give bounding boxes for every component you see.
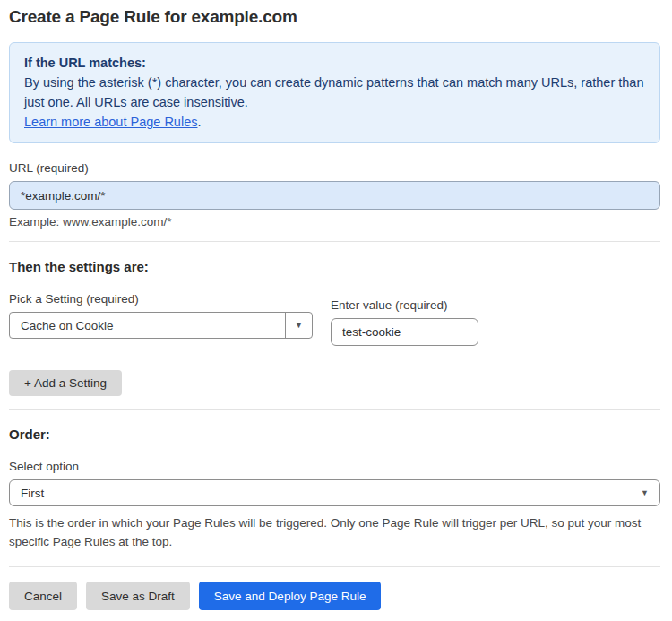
cancel-button[interactable]: Cancel <box>9 582 77 610</box>
setting-select-label: Pick a Setting (required) <box>9 292 313 306</box>
settings-section-heading: Then the settings are: <box>9 259 660 274</box>
link-suffix: . <box>197 115 201 129</box>
page-title: Create a Page Rule for example.com <box>9 7 660 27</box>
divider-top <box>9 241 660 242</box>
url-example-helper: Example: www.example.com/* <box>9 215 660 229</box>
info-box-heading: If the URL matches: <box>24 53 645 73</box>
page-rule-form: Create a Page Rule for example.com If th… <box>0 0 672 610</box>
save-as-draft-button[interactable]: Save as Draft <box>86 582 190 610</box>
url-input[interactable] <box>9 181 660 210</box>
footer-actions: Cancel Save as Draft Save and Deploy Pag… <box>9 566 660 610</box>
order-helper-text: This is the order in which your Page Rul… <box>9 513 656 551</box>
save-and-deploy-button[interactable]: Save and Deploy Page Rule <box>199 582 382 610</box>
setting-value-column: Enter value (required) <box>331 280 478 346</box>
order-section-heading: Order: <box>9 427 660 442</box>
setting-select[interactable]: Cache on Cookie ▼ <box>9 312 313 339</box>
url-match-info-box: If the URL matches: By using the asteris… <box>9 42 660 143</box>
order-select-value: First <box>21 487 44 500</box>
add-setting-button[interactable]: + Add a Setting <box>9 370 122 396</box>
setting-select-column: Pick a Setting (required) Cache on Cooki… <box>9 274 313 346</box>
setting-select-value: Cache on Cookie <box>10 319 114 332</box>
info-box-link-line: Learn more about Page Rules. <box>24 112 645 132</box>
chevron-down-icon: ▼ <box>295 322 303 330</box>
chevron-down-icon: ▼ <box>641 489 649 497</box>
settings-row: Pick a Setting (required) Cache on Cooki… <box>9 274 660 346</box>
value-field-label: Enter value (required) <box>331 298 478 312</box>
info-box-body: By using the asterisk (*) character, you… <box>24 73 645 112</box>
order-select[interactable]: First ▼ <box>9 479 660 506</box>
url-field-label: URL (required) <box>9 161 660 175</box>
order-select-label: Select option <box>9 460 660 473</box>
setting-value-input[interactable] <box>331 318 478 346</box>
setting-select-arrow-button[interactable]: ▼ <box>285 313 312 338</box>
divider-middle <box>9 409 660 410</box>
learn-more-link[interactable]: Learn more about Page Rules <box>24 115 197 129</box>
